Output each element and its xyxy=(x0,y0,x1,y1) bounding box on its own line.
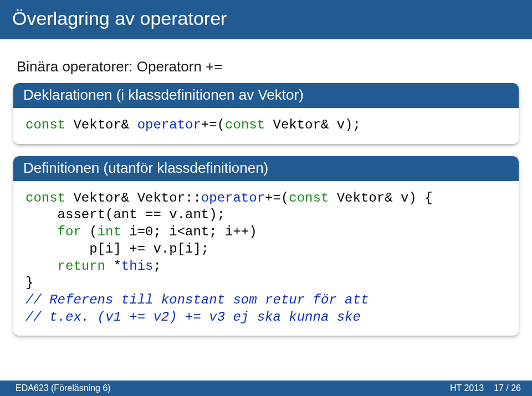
code-token: return xyxy=(58,259,105,274)
footer-term: HT 2013 xyxy=(450,383,484,393)
code-line: assert(ant == v.ant); xyxy=(25,207,225,222)
code-token: for xyxy=(58,224,81,239)
code-token: operator xyxy=(137,117,201,132)
code-token: Vektor& v) { xyxy=(329,191,432,205)
footer: EDA623 (Föreläsning 6) HT 2013 17 / 26 xyxy=(0,380,532,396)
code-token: this xyxy=(121,259,154,274)
code-token: const xyxy=(25,117,65,132)
code-declaration: const Vektor& operator+=(const Vektor& v… xyxy=(25,117,507,134)
code-token: operator xyxy=(201,191,265,205)
code-definition: const Vektor& Vektor::operator+=(const V… xyxy=(25,190,507,326)
code-token: Vektor& v); xyxy=(265,117,361,132)
code-token: const xyxy=(289,191,329,205)
code-token: ( xyxy=(81,224,98,239)
code-token xyxy=(25,259,58,274)
code-token: int xyxy=(98,224,121,239)
code-token: const xyxy=(225,117,265,132)
code-token: i=0; i<ant; i++) xyxy=(121,224,257,239)
code-token: +=( xyxy=(201,117,225,132)
block-definition-body: const Vektor& Vektor::operator+=(const V… xyxy=(13,181,519,336)
block-declaration-body: const Vektor& operator+=(const Vektor& v… xyxy=(13,108,519,144)
slide-content: Binära operatorer: Operatorn += Deklarat… xyxy=(0,39,532,336)
block-definition: Definitionen (utanför klassdefinitionen)… xyxy=(13,156,519,336)
code-token: +=( xyxy=(265,191,289,205)
code-token: const xyxy=(25,191,65,205)
footer-right: HT 2013 17 / 26 xyxy=(450,383,521,393)
code-token: Vektor& xyxy=(65,117,137,132)
code-line: p[i] += v.p[i]; xyxy=(25,241,209,256)
code-comment: // Referens till konstant som retur för … xyxy=(25,292,369,307)
code-token xyxy=(25,224,58,239)
code-line: } xyxy=(25,275,33,290)
code-comment: // t.ex. (v1 += v2) += v3 ej ska kunna s… xyxy=(25,310,361,325)
code-token: Vektor& Vektor:: xyxy=(65,191,201,205)
block-declaration-header: Deklarationen (i klassdefinitionen av Ve… xyxy=(13,83,519,108)
footer-left: EDA623 (Föreläsning 6) xyxy=(16,383,111,393)
block-declaration: Deklarationen (i klassdefinitionen av Ve… xyxy=(13,83,519,144)
code-token: ; xyxy=(153,259,161,274)
section-label: Binära operatorer: Operatorn += xyxy=(17,58,515,75)
footer-page: 17 / 26 xyxy=(494,383,521,393)
slide-title: Överlagring av operatorer xyxy=(0,0,532,39)
code-token: * xyxy=(105,259,121,274)
block-definition-header: Definitionen (utanför klassdefinitionen) xyxy=(13,156,519,181)
